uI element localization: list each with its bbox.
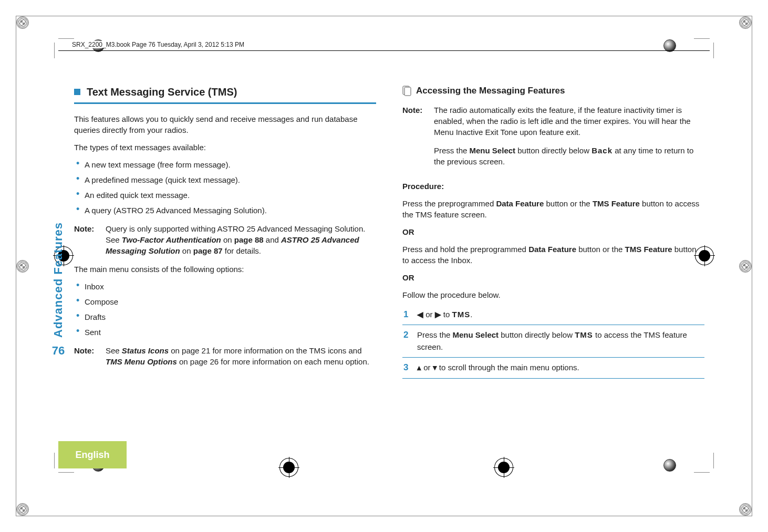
- section-heading-tms: Text Messaging Service (TMS): [74, 85, 376, 104]
- nav-up-icon: ▴: [417, 362, 421, 374]
- right-column: Accessing the Messaging Features Note: T…: [402, 85, 710, 437]
- reg-hatched-bottom-right: [733, 497, 758, 522]
- ui-term: Menu Select: [453, 330, 499, 339]
- note-label: Note:: [74, 223, 106, 256]
- language-tab: English: [58, 441, 127, 468]
- note-body: The radio automatically exits the featur…: [434, 105, 704, 173]
- paragraph: The main menu consists of the following …: [74, 264, 376, 275]
- or-separator: OR: [402, 272, 704, 283]
- note-block: Note: Query is only supported withing AS…: [74, 223, 376, 256]
- reg-hatched-bottom-left: [10, 497, 35, 522]
- list-item: Sent: [74, 327, 376, 338]
- cross-reference: TMS Menu Options: [106, 357, 177, 366]
- paragraph: The radio automatically exits the featur…: [434, 105, 704, 138]
- nav-right-icon: ▶: [435, 309, 441, 321]
- list-item: A predefined message (quick text message…: [74, 174, 376, 185]
- ui-term: Data Feature: [496, 199, 544, 208]
- cross-reference: Status Icons: [122, 346, 169, 355]
- note-label: Note:: [74, 345, 106, 367]
- reg-dot: [657, 453, 682, 478]
- reg-hatched-top-left: [10, 10, 35, 35]
- text: to scroll through the main menu options.: [437, 363, 579, 372]
- crop-mark: [694, 453, 710, 468]
- ui-term: TMS Feature: [625, 245, 672, 254]
- note-body: See Status Icons on page 21 for more inf…: [106, 345, 376, 367]
- text: on page 26 for more information on each …: [177, 357, 369, 366]
- text: button directly below: [515, 146, 591, 155]
- nav-down-icon: ▾: [433, 362, 437, 374]
- procedure-label: Procedure:: [402, 181, 704, 192]
- running-head: SRX_2200_M3.book Page 76 Tuesday, April …: [69, 41, 247, 48]
- ui-term: Data Feature: [528, 245, 576, 254]
- note-block: Note: The radio automatically exits the …: [402, 105, 704, 173]
- list-item: Compose: [74, 296, 376, 307]
- list-item: A new text message (free form message).: [74, 159, 376, 170]
- subsection-heading-accessing: Accessing the Messaging Features: [402, 85, 704, 97]
- reg-hatched-left: [10, 254, 35, 279]
- text: Press the preprogrammed: [402, 199, 496, 208]
- text: or: [421, 363, 433, 372]
- left-column: Text Messaging Service (TMS) This featur…: [74, 85, 381, 437]
- ui-term: Menu Select: [470, 146, 516, 155]
- softkey-label: TMS: [575, 330, 593, 339]
- procedure-steps: ◀ or ▶ to TMS. Press the Menu Select but…: [402, 305, 704, 379]
- main-menu-list: Inbox Compose Drafts Sent: [74, 281, 376, 338]
- content-area: Text Messaging Service (TMS) This featur…: [58, 85, 710, 437]
- note-body: Query is only supported withing ASTRO 25…: [106, 223, 376, 256]
- list-item: Inbox: [74, 281, 376, 292]
- print-crop-area: SRX_2200_M3.book Page 76 Tuesday, April …: [58, 43, 710, 468]
- list-item: An edited quick text message.: [74, 190, 376, 201]
- reg-dot: [657, 33, 682, 58]
- softkey-label: TMS: [452, 310, 471, 319]
- text: button directly below: [499, 330, 575, 339]
- crosshair-bottom-2: [488, 452, 520, 483]
- message-types-list: A new text message (free form message). …: [74, 159, 376, 216]
- text: and: [264, 235, 281, 244]
- list-item: Drafts: [74, 311, 376, 322]
- heading-text: Text Messaging Service (TMS): [87, 85, 237, 99]
- paragraph: Press the Menu Select button directly be…: [434, 145, 704, 167]
- text: on: [180, 246, 193, 255]
- text: Press the: [417, 330, 453, 339]
- text: on page 21 for more information on the T…: [169, 346, 361, 355]
- step: ▴ or ▾ to scroll through the main menu o…: [402, 358, 704, 379]
- text: for details.: [223, 246, 261, 255]
- note-block: Note: See Status Icons on page 21 for mo…: [74, 345, 376, 367]
- text: on: [221, 235, 234, 244]
- paragraph: Press the preprogrammed Data Feature but…: [402, 198, 704, 220]
- page-ref: page 88: [234, 235, 264, 244]
- subheading-text: Accessing the Messaging Features: [416, 85, 565, 97]
- text: .: [470, 310, 472, 319]
- or-separator: OR: [402, 226, 704, 237]
- paragraph: This features allows you to quickly send…: [74, 113, 376, 135]
- text: Press and hold the preprogrammed: [402, 245, 528, 254]
- paragraph: Press and hold the preprogrammed Data Fe…: [402, 244, 704, 266]
- reg-hatched-top-right: [733, 10, 758, 35]
- heading-square-icon: [74, 89, 80, 95]
- softkey-label: Back: [591, 146, 613, 155]
- text: to: [441, 310, 452, 319]
- cross-reference: Two-Factor Authentication: [122, 235, 221, 244]
- svg-rect-1: [404, 87, 411, 96]
- note-label: Note:: [402, 105, 434, 173]
- nav-left-icon: ◀: [417, 309, 423, 321]
- text: button or the: [576, 245, 625, 254]
- list-item: A query (ASTRO 25 Advanced Messaging Sol…: [74, 205, 376, 216]
- document-icon: [402, 86, 412, 96]
- page-ref: page 87: [193, 246, 223, 255]
- paragraph: The types of text messages available:: [74, 142, 376, 153]
- paragraph: Follow the procedure below.: [402, 289, 704, 300]
- header-rule: [58, 50, 710, 51]
- step: Press the Menu Select button directly be…: [402, 325, 704, 358]
- text: Press the: [434, 146, 470, 155]
- ui-term: TMS Feature: [593, 199, 640, 208]
- page-frame: SRX_2200_M3.book Page 76 Tuesday, April …: [16, 16, 752, 516]
- text: button or the: [544, 199, 593, 208]
- crosshair-bottom-1: [273, 452, 305, 483]
- text: or: [423, 310, 435, 319]
- reg-hatched-right: [733, 254, 758, 279]
- step: ◀ or ▶ to TMS.: [402, 305, 704, 326]
- text: See: [106, 346, 122, 355]
